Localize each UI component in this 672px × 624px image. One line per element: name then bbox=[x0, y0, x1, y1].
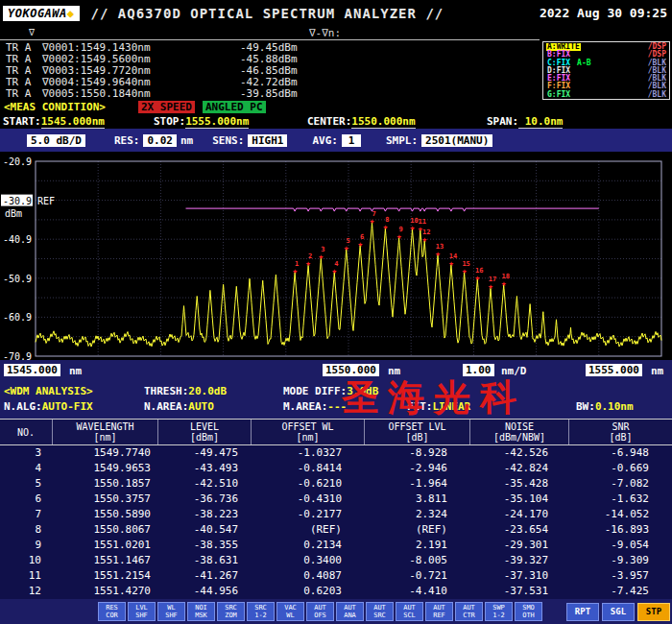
cell: 1551.4270 bbox=[53, 584, 158, 599]
softkey-res-cor[interactable]: RESCOR bbox=[98, 602, 126, 621]
peak-marker-number: 9 bbox=[399, 226, 403, 233]
peak-marker-number: 16 bbox=[475, 267, 483, 275]
softkey-src-zom[interactable]: SRCZOM bbox=[217, 602, 245, 621]
softkey-bar: RESCORLVLSHFWLSHFNOIMSKSRCZOMSRC1-2VACWL… bbox=[96, 602, 542, 621]
center-field: CENTER:1550.000nm bbox=[307, 115, 416, 128]
avg-label: AVG: bbox=[312, 134, 338, 147]
cell: -8.005 bbox=[365, 553, 470, 568]
cell: 1550.1857 bbox=[53, 476, 158, 492]
nalg-field: N.ALG:AUTO-FIX bbox=[4, 400, 93, 413]
softkey-smo-oth[interactable]: SMOOTH bbox=[515, 602, 542, 621]
cell: -43.493 bbox=[158, 461, 252, 476]
cell: -29.301 bbox=[470, 538, 569, 553]
wdm-table-row: 31549.7740-49.475-1.0327-8.928-42.526-6.… bbox=[0, 445, 672, 461]
trace-extra: A-B bbox=[577, 60, 590, 67]
cell: 5 bbox=[0, 476, 53, 492]
softkey-aut-ofs[interactable]: AUTOFS bbox=[306, 602, 334, 621]
peak-marker-number: 15 bbox=[462, 260, 469, 268]
x-center-value: 1550.000 bbox=[323, 364, 379, 376]
softkey-wl-shf[interactable]: WLSHF bbox=[157, 602, 185, 621]
cell: 7 bbox=[0, 507, 53, 522]
svg-text:-50.9: -50.9 bbox=[3, 274, 32, 284]
wdm-analysis-params: N.ALG:AUTO-FIX N.AREA:AUTO M.AREA:--- FI… bbox=[0, 399, 672, 417]
narea-field: N.AREA:AUTO bbox=[144, 400, 214, 413]
marker-list: TR A∇0001:1549.1430nm-49.45dBmTR A∇0002:… bbox=[6, 42, 543, 100]
softkey-aut-ana[interactable]: AUTANA bbox=[336, 602, 364, 621]
softkey-src-1-2[interactable]: SRC1-2 bbox=[247, 602, 275, 621]
softkey-vac-wl[interactable]: VACWL bbox=[276, 602, 304, 621]
datetime: 2022 Aug 30 09:25 bbox=[540, 6, 667, 20]
wdm-table-row: 111551.2154-41.2670.4087-0.721-37.310-3.… bbox=[0, 568, 672, 584]
smpl-field[interactable]: 2501(MANU) bbox=[421, 134, 492, 147]
peak-marker-number: 12 bbox=[422, 228, 430, 236]
trace-row: G:FIX/BLK bbox=[546, 91, 666, 99]
cell: 9 bbox=[0, 538, 53, 553]
cell: 0.4087 bbox=[252, 568, 365, 584]
wdm-table-head: NO.WAVELENGTH[nm]LEVEL[dBm]OFFSET WL[nm]… bbox=[0, 419, 672, 445]
softkey-lvl-shf[interactable]: LVLSHF bbox=[128, 602, 156, 621]
softkey-aut-ref[interactable]: AUTREF bbox=[425, 602, 453, 621]
avg-field[interactable]: 1 bbox=[342, 134, 361, 147]
cell: -36.736 bbox=[158, 492, 252, 507]
key-rpt[interactable]: RPT bbox=[566, 603, 599, 621]
brand-logo: YOKOGAWA◆ bbox=[3, 6, 80, 21]
cell: 0.3400 bbox=[252, 553, 365, 568]
wdm-table-row: 41549.9653-43.493-0.8414-2.946-42.824-0.… bbox=[0, 461, 672, 476]
bw-field: BW:0.10nm bbox=[576, 400, 634, 413]
run-keys: RPTSGLSTP bbox=[564, 603, 672, 621]
cell: -23.654 bbox=[470, 522, 569, 538]
cell: 10 bbox=[0, 553, 53, 568]
wdm-table-body: 31549.7740-49.475-1.0327-8.928-42.526-6.… bbox=[0, 445, 672, 599]
svg-text:dBm: dBm bbox=[5, 208, 22, 219]
cell: 2.191 bbox=[365, 538, 470, 553]
wdm-table-row: 51550.1857-42.510-0.6210-1.964-35.428-7.… bbox=[0, 476, 672, 492]
cell: -2.946 bbox=[365, 461, 470, 476]
marea-field: M.AREA:--- bbox=[283, 400, 347, 413]
cell: -35.104 bbox=[470, 492, 569, 507]
peak-marker-number: 3 bbox=[321, 246, 324, 253]
softkey-aut-scl[interactable]: AUTSCL bbox=[396, 602, 423, 621]
cell: (REF) bbox=[252, 522, 365, 538]
cell: -40.547 bbox=[158, 522, 252, 538]
cell: -0.8414 bbox=[252, 461, 365, 476]
svg-text:REF: REF bbox=[37, 196, 55, 206]
cell: 1550.8067 bbox=[53, 522, 158, 538]
cell: -16.893 bbox=[569, 522, 672, 538]
divider bbox=[0, 39, 540, 40]
cell: 0.6203 bbox=[252, 584, 365, 599]
key-stp[interactable]: STP bbox=[637, 603, 670, 621]
cell: -39.327 bbox=[470, 553, 569, 568]
cell: -8.928 bbox=[365, 445, 470, 461]
column-header: SNR[dB] bbox=[569, 420, 672, 444]
softkey-swp-1-2[interactable]: SWP1-2 bbox=[485, 602, 513, 621]
softkey-aut-ctr[interactable]: AUTCTR bbox=[455, 602, 483, 621]
x-axis-row: 1545.000 nm 1550.000 nm 1.00 nm/D 1555.0… bbox=[0, 360, 672, 384]
cell: -44.956 bbox=[158, 584, 252, 599]
cell: -0.669 bbox=[569, 461, 672, 476]
peak-marker-number: 18 bbox=[501, 273, 509, 280]
svg-text:-30.9: -30.9 bbox=[3, 196, 32, 206]
softkey-noi-msk[interactable]: NOIMSK bbox=[187, 602, 215, 621]
softkey-aut-src[interactable]: AUTSRC bbox=[366, 602, 394, 621]
osa-screen: { "header": { "brand": "YOKOGAWA", "diam… bbox=[0, 0, 672, 624]
cell: -42.510 bbox=[158, 476, 252, 492]
peak-marker-number: 4 bbox=[334, 260, 338, 268]
level-scale-field[interactable]: 5.0 dB/D bbox=[27, 134, 85, 147]
span-field: SPAN: 10.0nm bbox=[487, 115, 563, 128]
cell: 8 bbox=[0, 522, 53, 538]
wdm-title: <WDM ANALYSIS> bbox=[4, 385, 93, 397]
cell: 1551.1467 bbox=[53, 553, 158, 568]
softkey-bar-wrap: RESCORLVLSHFWLSHFNOIMSKSRCZOMSRC1-2VACWL… bbox=[0, 599, 672, 624]
cell: -9.054 bbox=[569, 538, 672, 553]
brand-diamond-icon: ◆ bbox=[67, 7, 75, 20]
cell: -1.632 bbox=[569, 492, 672, 507]
trace-label: G:FIX bbox=[546, 91, 571, 99]
svg-text:-60.9: -60.9 bbox=[3, 312, 32, 323]
cell: -1.964 bbox=[365, 476, 470, 492]
wdm-table-row: 121551.4270-44.9560.6203-4.410-37.531-7.… bbox=[0, 584, 672, 599]
cell: -41.267 bbox=[158, 568, 252, 584]
key-sgl[interactable]: SGL bbox=[602, 603, 635, 621]
x-left-unit: nm bbox=[69, 365, 82, 377]
sens-field[interactable]: HIGH1 bbox=[248, 134, 287, 147]
res-field[interactable]: 0.02 bbox=[143, 134, 177, 147]
